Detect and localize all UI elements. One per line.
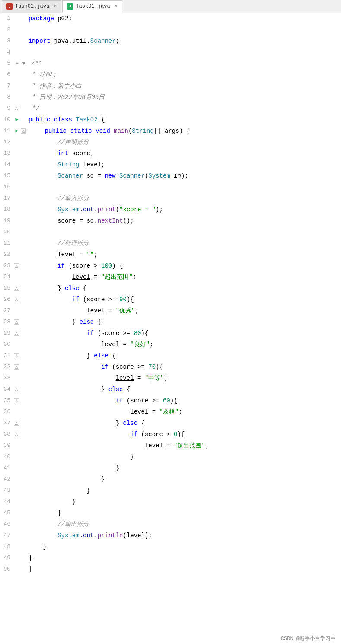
code-line-33: 33 level = "中等"; (0, 373, 341, 384)
gutter-icon-32-collapse[interactable]: △ (14, 364, 19, 370)
editor: 1 package p02; 2 3 import java.util.Scan… (0, 13, 341, 644)
gutter-34: 34 △ (0, 384, 27, 395)
gutter-10: 10 ▶ (0, 114, 27, 125)
line-num-14: 14 (0, 159, 14, 170)
gutter-icon-35-collapse[interactable]: △ (14, 398, 19, 403)
code-line-1: 1 package p02; (0, 13, 341, 24)
gutter-icon-49 (14, 555, 20, 561)
code-line-34: 34 △ } else { (0, 384, 341, 395)
line-num-45: 45 (0, 507, 14, 519)
gutter-44: 44 (0, 496, 27, 507)
code-line-31: 31 △ } else { (0, 350, 341, 361)
gutter-2: 2 (0, 24, 27, 35)
gutter-24: 24 (0, 271, 27, 283)
footer: CSDN @新手小白学习中 (276, 633, 341, 644)
gutter-icon-37-collapse[interactable]: △ (14, 421, 19, 426)
code-line-24: 24 level = "超出范围"; (0, 271, 341, 283)
footer-text: CSDN @新手小白学习中 (281, 636, 336, 642)
line-num-8: 8 (0, 92, 14, 103)
line-num-3: 3 (0, 35, 14, 47)
gutter-icon-22 (14, 252, 20, 258)
gutter-icon-26-collapse[interactable]: △ (14, 297, 19, 302)
line-num-19: 19 (0, 215, 14, 226)
gutter-icon-11-collapse[interactable]: △ (21, 128, 26, 134)
gutter-icon-25-collapse[interactable]: △ (14, 286, 19, 291)
line-content-14: String level; (27, 159, 341, 170)
line-content-3: import java.util.Scanner; (27, 35, 341, 47)
line-num-15: 15 (0, 170, 14, 182)
line-content-31: } else { (27, 350, 341, 361)
gutter-41: 41 (0, 462, 27, 474)
tab-task01-close[interactable]: × (115, 3, 118, 10)
tab-task01[interactable]: J Task01.java × (62, 0, 122, 13)
line-num-25: 25 (0, 283, 14, 294)
code-line-2: 2 (0, 24, 341, 35)
line-content-26: if (score >= 90){ (27, 294, 341, 305)
gutter-icon-33 (14, 375, 20, 381)
line-num-36: 36 (0, 406, 14, 418)
line-num-31: 31 (0, 350, 14, 361)
code-line-26: 26 △ if (score >= 90){ (0, 294, 341, 305)
gutter-icon-23-collapse[interactable]: △ (14, 263, 19, 268)
code-line-36: 36 level = "及格"; (0, 406, 341, 418)
gutter-13: 13 (0, 148, 27, 159)
line-num-48: 48 (0, 541, 14, 552)
gutter-icon-20 (14, 229, 20, 235)
code-line-29: 29 △ if (score >= 80){ (0, 328, 341, 339)
line-content-49: } (27, 552, 341, 564)
code-line-19: 19 score = sc.nextInt(); (0, 215, 341, 226)
code-line-12: 12 //声明部分 (0, 137, 341, 148)
line-num-6: 6 (0, 69, 14, 80)
line-num-32: 32 (0, 361, 14, 373)
line-content-28: } else { (27, 316, 341, 328)
line-content-34: } else { (27, 384, 341, 395)
gutter-icon-29-collapse[interactable]: △ (14, 331, 19, 336)
tab-task02-close[interactable]: × (54, 3, 57, 10)
line-content-35: if (score >= 60){ (27, 395, 341, 406)
tab-task02[interactable]: J Task02.java × (2, 0, 61, 13)
gutter-icon-34-collapse[interactable]: △ (14, 387, 19, 392)
gutter-icon-18 (14, 207, 20, 213)
gutter-icon-44 (14, 499, 20, 505)
line-num-38: 38 (0, 429, 14, 440)
run-icon-10[interactable]: ▶ (14, 117, 20, 123)
run-icon-11[interactable]: ▶ (14, 128, 20, 134)
code-line-14: 14 String level; (0, 159, 341, 170)
line-content-22: level = ""; (27, 249, 341, 260)
line-content-9: */ (27, 103, 341, 114)
line-content-17: //输入部分 (27, 193, 341, 204)
gutter-20: 20 (0, 226, 27, 238)
gutter-icon-9-collapse[interactable]: △ (14, 106, 19, 111)
line-num-35: 35 (0, 395, 14, 406)
line-content-7: * 作者：新手小白 (27, 80, 341, 92)
gutter-icon-45 (14, 510, 20, 516)
gutter-icon-8 (14, 94, 20, 100)
tab-task02-icon: J (6, 3, 13, 10)
gutter-icon-5-align[interactable]: ≡ (14, 61, 20, 67)
line-num-18: 18 (0, 204, 14, 215)
line-num-13: 13 (0, 148, 14, 159)
line-content-42: } (27, 474, 341, 485)
gutter-icon-13 (14, 150, 20, 156)
gutter-icon-4 (14, 49, 20, 55)
gutter-icon-2 (14, 27, 20, 33)
gutter-icon-16 (14, 184, 20, 190)
line-content-29: if (score >= 80){ (27, 328, 341, 339)
line-num-17: 17 (0, 193, 14, 204)
code-line-40: 40 } (0, 451, 341, 462)
gutter-icon-48 (14, 544, 20, 550)
line-content-36: level = "及格"; (27, 406, 341, 418)
gutter-icon-28-collapse[interactable]: △ (14, 319, 19, 325)
line-num-7: 7 (0, 80, 14, 92)
code-line-46: 46 //输出部分 (0, 519, 341, 530)
gutter-icon-38-collapse[interactable]: △ (14, 432, 19, 437)
gutter-icon-31-collapse[interactable]: △ (14, 353, 19, 358)
line-num-10: 10 (0, 114, 14, 125)
line-num-21: 21 (0, 238, 14, 249)
gutter-icon-5-collapse[interactable]: ▼ (21, 61, 27, 67)
code-line-37: 37 △ } else { (0, 418, 341, 429)
code-line-5: 5 ≡ ▼ /** (0, 58, 341, 69)
line-num-22: 22 (0, 249, 14, 260)
gutter-icon-12 (14, 139, 20, 145)
code-line-11: 11 ▶ △ public static void main(String[] … (0, 125, 341, 137)
